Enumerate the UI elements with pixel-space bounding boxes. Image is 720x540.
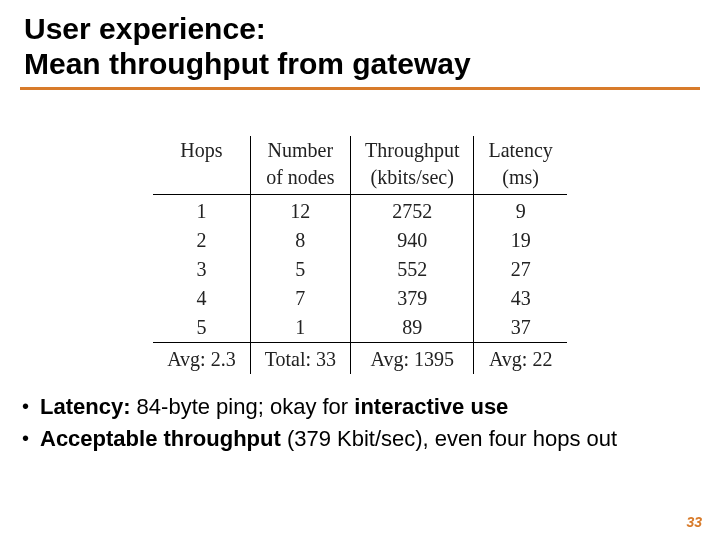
- footer-throughput: Avg: 1395: [351, 343, 474, 375]
- cell-latency: 43: [474, 284, 567, 313]
- table-row: 3 5 552 27: [153, 255, 567, 284]
- cell-nodes: 12: [250, 195, 350, 227]
- cell-nodes: 1: [250, 313, 350, 343]
- table-row: 2 8 940 19: [153, 226, 567, 255]
- bullet-item: • Acceptable throughput (379 Kbit/sec), …: [22, 424, 660, 454]
- footer-nodes: Total: 33: [250, 343, 350, 375]
- bullet-icon: •: [22, 424, 40, 452]
- title-line-1: User experience:: [24, 12, 720, 47]
- slide-title: User experience: Mean throughput from ga…: [0, 0, 720, 81]
- cell-nodes: 7: [250, 284, 350, 313]
- col-header-hops: Hops: [153, 136, 250, 165]
- cell-latency: 27: [474, 255, 567, 284]
- cell-nodes: 8: [250, 226, 350, 255]
- bullet-strong-b: interactive use: [354, 394, 508, 419]
- title-divider: [20, 87, 700, 90]
- bullet-strong-a: Latency:: [40, 394, 130, 419]
- col-header-nodes-l2: of nodes: [250, 165, 350, 195]
- cell-hops: 3: [153, 255, 250, 284]
- cell-throughput: 89: [351, 313, 474, 343]
- table-footer-row: Avg: 2.3 Total: 33 Avg: 1395 Avg: 22: [153, 343, 567, 375]
- table-row: 4 7 379 43: [153, 284, 567, 313]
- cell-throughput: 940: [351, 226, 474, 255]
- bullet-list: • Latency: 84-byte ping; okay for intera…: [22, 392, 660, 455]
- col-header-latency-l1: Latency: [474, 136, 567, 165]
- bullet-rest: (379 Kbit/sec), even four hops out: [281, 426, 617, 451]
- bullet-icon: •: [22, 392, 40, 420]
- col-header-latency-l2: (ms): [474, 165, 567, 195]
- footer-hops: Avg: 2.3: [153, 343, 250, 375]
- col-header-nodes-l1: Number: [250, 136, 350, 165]
- table-row: 1 12 2752 9: [153, 195, 567, 227]
- cell-hops: 4: [153, 284, 250, 313]
- col-header-hops-sub: [153, 165, 250, 195]
- cell-throughput: 552: [351, 255, 474, 284]
- page-number: 33: [686, 514, 702, 530]
- title-line-2: Mean throughput from gateway: [24, 47, 720, 82]
- cell-hops: 5: [153, 313, 250, 343]
- cell-throughput: 379: [351, 284, 474, 313]
- col-header-throughput-l2: (kbits/sec): [351, 165, 474, 195]
- throughput-table-wrap: Hops Number Throughput Latency of nodes …: [0, 136, 720, 374]
- cell-throughput: 2752: [351, 195, 474, 227]
- cell-latency: 37: [474, 313, 567, 343]
- bullet-strong-a: Acceptable throughput: [40, 426, 281, 451]
- bullet-text: Latency: 84-byte ping; okay for interact…: [40, 392, 660, 422]
- throughput-table: Hops Number Throughput Latency of nodes …: [153, 136, 567, 374]
- bullet-mid: 84-byte ping; okay for: [130, 394, 354, 419]
- bullet-text: Acceptable throughput (379 Kbit/sec), ev…: [40, 424, 660, 454]
- cell-hops: 1: [153, 195, 250, 227]
- table-row: 5 1 89 37: [153, 313, 567, 343]
- cell-nodes: 5: [250, 255, 350, 284]
- cell-latency: 19: [474, 226, 567, 255]
- col-header-throughput-l1: Throughput: [351, 136, 474, 165]
- cell-latency: 9: [474, 195, 567, 227]
- cell-hops: 2: [153, 226, 250, 255]
- footer-latency: Avg: 22: [474, 343, 567, 375]
- bullet-item: • Latency: 84-byte ping; okay for intera…: [22, 392, 660, 422]
